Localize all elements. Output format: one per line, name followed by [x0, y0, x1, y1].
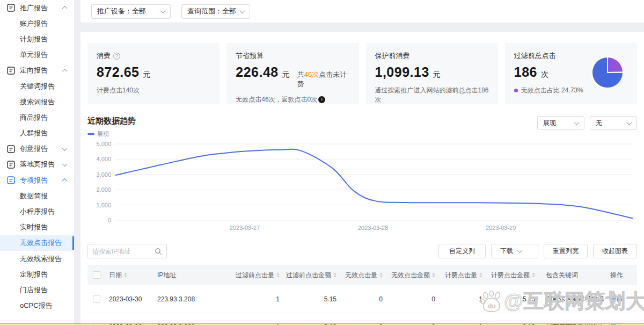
- sidebar-item-label: 账户报告: [20, 19, 48, 28]
- sidebar-item-小程序报告[interactable]: 小程序报告: [0, 204, 74, 219]
- device-filter-select[interactable]: 推广设备： 全部: [91, 4, 171, 19]
- device-filter-label: 推广设备：: [97, 6, 132, 16]
- sidebar-item-数据简报[interactable]: 数据简报: [0, 188, 74, 204]
- sidebar-item-门店报告[interactable]: 门店报告: [0, 282, 74, 298]
- invalid-click-table: 日期IP地址过滤前点击量过滤前点击金额无效点击量无效点击金额计费点击量计费点击金…: [87, 265, 637, 325]
- sidebar-item-label: 人群报告: [20, 128, 48, 138]
- chevron-icon: [63, 6, 67, 10]
- table-cell: 1: [438, 295, 486, 303]
- column-header-过滤前点击量[interactable]: 过滤前点击量: [232, 271, 283, 280]
- sidebar-item-人群报告[interactable]: 人群报告: [0, 126, 74, 141]
- stat-card-节省预算: 节省预算 ? 226.48 元 共46次点击未计费 无效点击46次，返款点击0次…: [226, 43, 358, 104]
- sort-icon[interactable]: [532, 273, 535, 277]
- download-button[interactable]: 下载: [491, 244, 538, 258]
- sort-icon[interactable]: [276, 273, 280, 277]
- sidebar-group-落地页报告[interactable]: 落地页报告: [0, 157, 74, 172]
- stat-card-保护前消费: 保护前消费 ? 1,099.13 元 通过搜索推广进入网站的滤前总点击186次: [366, 43, 498, 104]
- sidebar-group-专项报告[interactable]: 专项报告: [0, 172, 74, 188]
- chevron-icon: [63, 147, 67, 151]
- sidebar-item-label: 计划报告: [20, 34, 48, 44]
- svg-text:1,000: 1,000: [96, 202, 111, 208]
- content-panel: 消费 ? 872.65 元 计费点击140次 节省预算 ? 226.48 元 共…: [80, 32, 644, 325]
- sort-icon[interactable]: [124, 273, 127, 277]
- search-input[interactable]: [92, 248, 155, 255]
- sidebar-group-label: 推广报告: [20, 3, 48, 13]
- column-header-计费点击金额[interactable]: 计费点击金额: [486, 271, 538, 280]
- chevron-icon: [63, 163, 67, 167]
- sidebar-item-关键词报告[interactable]: 关键词报告: [0, 78, 74, 94]
- sidebar-item-单元报告[interactable]: 单元报告: [0, 47, 74, 63]
- svg-text:4,000: 4,000: [96, 156, 111, 162]
- sidebar-item-无效线索报告[interactable]: 无效线索报告: [0, 251, 74, 266]
- card-note: 共46次点击未计费: [297, 70, 350, 89]
- card-title: 节省预算: [236, 51, 264, 61]
- sidebar-item-商品报告[interactable]: 商品报告: [0, 110, 74, 125]
- sidebar-item-label: 定制报告: [20, 270, 48, 279]
- column-header-日期[interactable]: 日期: [106, 271, 154, 280]
- stat-card-消费: 消费 ? 872.65 元 计费点击140次: [87, 43, 219, 104]
- collapse-chart-button[interactable]: 收起图表: [593, 244, 637, 258]
- sidebar-group-label: 专项报告: [20, 176, 48, 185]
- column-header-过滤前点击金额[interactable]: 过滤前点击金额: [283, 271, 340, 280]
- table-cell: 1: [232, 295, 283, 303]
- sidebar-group-创意报告[interactable]: 创意报告: [0, 141, 74, 157]
- sidebar-group-推广报告[interactable]: 推广报告: [0, 0, 74, 16]
- sidebar-item-label: 无效线索报告: [20, 254, 62, 264]
- select-all-checkbox[interactable]: [93, 271, 100, 279]
- column-header-无效点击金额[interactable]: 无效点击金额: [386, 271, 438, 280]
- help-icon[interactable]: ?: [113, 53, 120, 60]
- chevron-down-icon: [627, 121, 631, 125]
- row-checkbox[interactable]: [93, 295, 100, 303]
- sidebar-item-oCPC报告[interactable]: oCPC报告: [0, 298, 74, 314]
- svg-text:0: 0: [108, 217, 111, 223]
- reset-column-width-button[interactable]: 重置列宽: [544, 244, 588, 258]
- chevron-icon: [63, 178, 67, 182]
- targeting-report-icon: [7, 67, 15, 75]
- sidebar-group-label: 落地页报告: [20, 160, 55, 169]
- metric-select[interactable]: 展现: [537, 116, 584, 130]
- block-ip-link[interactable]: 屏蔽: [607, 294, 637, 304]
- compare-select[interactable]: 无: [590, 116, 637, 130]
- card-title: 过滤前总点击: [514, 51, 556, 61]
- sidebar-item-定制报告[interactable]: 定制报告: [0, 266, 74, 282]
- scope-filter-select[interactable]: 查询范围： 全部: [181, 4, 250, 19]
- column-header-计费点击量[interactable]: 计费点击量: [438, 271, 486, 280]
- legend-label: 展现: [97, 130, 109, 138]
- sidebar-item-搜索词报告[interactable]: 搜索词报告: [0, 94, 74, 110]
- sidebar-group-定向报告[interactable]: 定向报告: [0, 63, 74, 78]
- table-cell: 223.93.3.208: [154, 295, 232, 303]
- column-header-包含关键词: 包含关键词: [538, 271, 607, 280]
- card-unit: 元: [282, 70, 290, 80]
- landing-page-report-icon: [7, 161, 15, 169]
- column-header-无效点击量[interactable]: 无效点击量: [340, 271, 386, 280]
- sidebar-item-账户报告[interactable]: 账户报告: [0, 16, 74, 31]
- scope-filter-label: 查询范围：: [187, 6, 222, 16]
- top-filter-bar: 推广设备： 全部 查询范围： 全部: [80, 0, 644, 23]
- alert-badge-icon[interactable]: !: [318, 96, 325, 103]
- chevron-icon: [63, 69, 67, 73]
- chevron-down-icon: [240, 10, 244, 13]
- table-cell: 2023-03-30: [106, 295, 154, 303]
- scope-filter-value: 全部: [222, 6, 236, 16]
- sidebar-item-label: 数据简报: [20, 191, 48, 201]
- stat-card-过滤前总点击: 过滤前总点击 ? 186 次 无效点击占比 24.73%: [505, 43, 637, 104]
- ip-search-input[interactable]: [87, 244, 167, 258]
- search-icon: [155, 248, 162, 255]
- sort-icon[interactable]: [333, 273, 336, 277]
- table-cell: 0: [340, 295, 386, 303]
- sort-icon[interactable]: [379, 273, 383, 277]
- sidebar-item-label: 搜索词报告: [20, 97, 55, 107]
- card-subtext: 无效点击46次，返款点击0次!: [236, 95, 349, 104]
- sort-icon[interactable]: [479, 273, 482, 277]
- promotion-report-icon: [7, 4, 15, 12]
- summary-cards: 消费 ? 872.65 元 计费点击140次 节省预算 ? 226.48 元 共…: [87, 43, 637, 104]
- customize-columns-button[interactable]: 自定义列: [438, 244, 486, 258]
- sort-icon[interactable]: [432, 273, 435, 277]
- table-cell: 5.15: [283, 295, 340, 303]
- sidebar-item-无效点击报告[interactable]: 无效点击报告: [0, 235, 74, 251]
- bottom-highlight-line: [0, 323, 644, 324]
- sidebar-item-计划报告[interactable]: 计划报告: [0, 31, 74, 47]
- svg-text:5,000: 5,000: [96, 141, 111, 147]
- sidebar-item-实时报告[interactable]: 实时报告: [0, 220, 74, 235]
- sidebar-group-label: 定向报告: [20, 66, 48, 75]
